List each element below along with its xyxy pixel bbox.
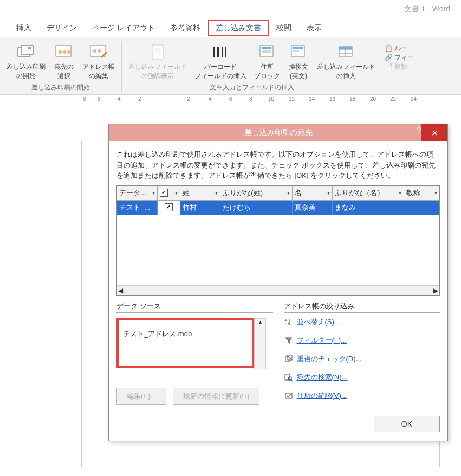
sort-link[interactable]: AZ 並べ替え(S)... — [284, 313, 440, 331]
people-edit-icon — [88, 42, 109, 62]
btn-label: 宛先の 選択 — [54, 62, 74, 81]
svg-point-5 — [63, 50, 66, 54]
tab-view[interactable]: 表示 — [299, 20, 329, 36]
update-labels-button[interactable]: 📄 複数 — [385, 62, 414, 72]
svg-rect-21 — [225, 47, 226, 57]
cell-furigana-last: たけむら — [220, 201, 292, 215]
svg-rect-16 — [216, 47, 216, 57]
dialog-titlebar: 差し込み印刷の宛先 ? ✕ — [109, 124, 447, 141]
greeting-button[interactable]: 挨拶文 (英文) — [284, 41, 313, 82]
duplicates-icon — [284, 354, 294, 364]
ribbon-side-items: 📋 ルー 🔗 フィー 📄 複数 — [382, 41, 416, 92]
btn-label: 挨拶文 (英文) — [289, 62, 308, 81]
refresh-button: 最新の情報に更新(H) — [173, 388, 259, 405]
tab-mailings[interactable]: 差し込み文書 — [208, 20, 269, 36]
svg-rect-33 — [339, 47, 352, 49]
datasource-scrollbar[interactable]: ▴ — [254, 318, 266, 369]
svg-point-9 — [98, 49, 101, 53]
barcode-button[interactable]: バーコード フィールドの挿入 — [191, 41, 250, 82]
svg-text:Z: Z — [284, 322, 287, 326]
datasource-fieldset: データ ソース テスト_アドレス.mdb ▴ 編集(E)... 最新の情報に更新… — [116, 301, 273, 405]
tab-design[interactable]: デザイン — [39, 20, 85, 36]
col-furigana-last[interactable]: ふりがな(姓)▾ — [220, 186, 292, 201]
search-icon — [284, 372, 294, 382]
btn-label: 住所 ブロック — [254, 62, 280, 81]
ribbon-tabs: 挿入 デザイン ページ レイアウト 参考資料 差し込み文書 校閲 表示 — [0, 20, 461, 37]
validate-address-link[interactable]: 住所の確認(V)... — [284, 387, 440, 405]
start-mail-merge-button[interactable]: 差し込み印刷 の開始 — [3, 41, 49, 82]
filter-icon — [284, 336, 294, 345]
address-block-button[interactable]: 住所 ブロック — [251, 41, 283, 82]
scroll-up-icon[interactable]: ▴ — [259, 319, 262, 325]
btn-label: 差し込みフィールド の強調表示 — [128, 62, 187, 81]
greeting-icon — [288, 42, 309, 62]
col-furigana-first[interactable]: ふりがな（名）▾ — [333, 186, 404, 201]
app-title: 文書 1 - Word — [404, 4, 450, 14]
tab-layout[interactable]: ページ レイアウト — [85, 20, 163, 36]
link-label: 宛先の検索(N)... — [297, 372, 348, 382]
svg-rect-17 — [217, 47, 219, 57]
ribbon: 差し込み印刷 の開始 宛先の 選択 アドレス帳 の編集 差し込み印刷の開始 — [0, 37, 461, 95]
dialog-title: 差し込み印刷の宛先 — [244, 128, 313, 138]
find-recipient-link[interactable]: 宛先の検索(N)... — [284, 368, 440, 387]
validate-icon — [284, 391, 294, 401]
cell-checkbox[interactable]: ✔ — [158, 201, 180, 215]
barcode-icon — [210, 42, 231, 62]
col-honorific[interactable]: 敬称▾ — [404, 186, 439, 201]
btn-label: バーコード フィールドの挿入 — [194, 62, 246, 81]
scroll-right-icon[interactable]: ▶ — [433, 287, 438, 294]
svg-rect-15 — [213, 47, 215, 57]
svg-rect-27 — [293, 47, 303, 49]
table-icon — [335, 42, 357, 62]
svg-rect-20 — [224, 47, 224, 57]
svg-rect-2 — [28, 47, 31, 49]
scroll-left-icon[interactable]: ◀ — [118, 287, 123, 294]
insert-merge-field-button[interactable]: 差し込みフィールド の挿入 — [314, 41, 379, 82]
datasource-label: データ ソース — [116, 301, 273, 311]
ribbon-group-label-fields: 文章入力とフィールドの挿入 — [210, 82, 294, 92]
svg-line-41 — [291, 379, 293, 381]
grid-blank — [117, 215, 439, 285]
document-icon — [147, 42, 168, 62]
tab-review[interactable]: 校閲 — [269, 20, 299, 36]
svg-rect-42 — [285, 393, 292, 398]
btn-label: 差し込みフィールド の挿入 — [317, 62, 375, 81]
ok-button[interactable]: OK — [374, 416, 440, 432]
filter-link[interactable]: フィルター(F)... — [284, 331, 440, 350]
btn-label: 差し込み印刷 の開始 — [7, 62, 46, 81]
svg-rect-23 — [262, 47, 271, 49]
mail-merge-recipients-dialog: 差し込み印刷の宛先 ? ✕ これは差し込み印刷で使用されるアドレス帳です。以下の… — [108, 124, 448, 441]
col-checkbox[interactable]: ✔▾ — [158, 186, 180, 201]
col-firstname[interactable]: 名▾ — [293, 186, 333, 201]
sort-icon: AZ — [284, 317, 294, 327]
link-label: 重複のチェック(D)... — [297, 354, 362, 364]
cell-lastname: 竹村 — [180, 201, 221, 215]
close-button[interactable]: ✕ — [421, 124, 447, 141]
cell-datasource: テスト_... — [117, 201, 158, 215]
cell-firstname: 真奈美 — [293, 201, 333, 215]
tab-insert[interactable]: 挿入 — [9, 20, 39, 36]
help-button[interactable]: ? — [417, 126, 421, 136]
address-icon — [256, 42, 278, 62]
match-fields-button[interactable]: 🔗 フィー — [385, 53, 414, 62]
edit-datasource-button: 編集(E)... — [116, 388, 166, 405]
people-icon — [53, 42, 75, 62]
link-label: フィルター(F)... — [297, 336, 347, 345]
col-datasource[interactable]: データ...▾ — [117, 186, 158, 201]
highlight-fields-button: 差し込みフィールド の強調表示 — [125, 41, 190, 82]
cell-honorific — [404, 201, 439, 215]
tab-reference[interactable]: 参考資料 — [163, 20, 208, 36]
grid-row[interactable]: テスト_... ✔ 竹村 たけむら 真奈美 まなみ — [117, 201, 439, 215]
select-recipients-button[interactable]: 宛先の 選択 — [50, 41, 78, 82]
rules-button[interactable]: 📋 ルー — [385, 44, 414, 53]
dialog-description: これは差し込み印刷で使用されるアドレス帳です。以下のオプションを使用して、アドレ… — [116, 149, 440, 181]
grid-scrollbar[interactable]: ◀ ▶ — [117, 285, 439, 295]
edit-recipient-list-button[interactable]: アドレス帳 の編集 — [79, 41, 118, 82]
datasource-listbox[interactable]: テスト_アドレス.mdb — [116, 318, 254, 368]
duplicates-link[interactable]: 重複のチェック(D)... — [284, 350, 440, 368]
recipients-grid: データ...▾ ✔▾ 姓▾ ふりがな(姓)▾ 名▾ ふりがな（名）▾ 敬称▾ テ… — [116, 185, 440, 296]
grid-header-row: データ...▾ ✔▾ 姓▾ ふりがな(姓)▾ 名▾ ふりがな（名）▾ 敬称▾ — [117, 186, 439, 201]
col-lastname[interactable]: 姓▾ — [180, 186, 221, 201]
filter-label: アドレス帳の絞り込み — [284, 301, 440, 311]
svg-rect-1 — [21, 46, 33, 54]
